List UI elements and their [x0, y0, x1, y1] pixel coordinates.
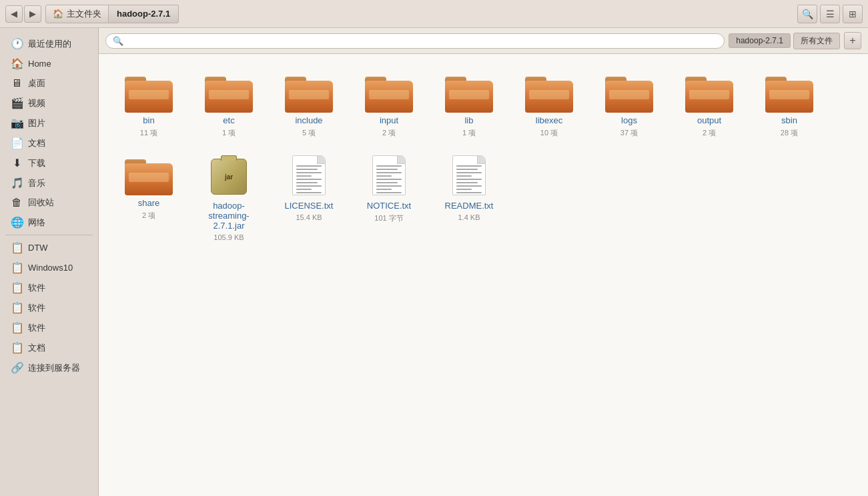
- sidebar-item-pictures[interactable]: 📷 图片: [3, 113, 95, 133]
- sidebar-item-software1[interactable]: 📋 软件: [3, 278, 95, 297]
- search-button[interactable]: 🔍: [797, 5, 817, 23]
- file-name-logs: logs: [621, 115, 637, 125]
- breadcrumb-home-label: 主文件夹: [67, 8, 101, 20]
- file-meta-libexec: 10 项: [540, 128, 558, 138]
- file-meta-output: 2 项: [703, 128, 716, 138]
- sidebar-item-network-label: 网络: [28, 217, 45, 229]
- sidebar-item-video-label: 视频: [28, 97, 45, 109]
- software3-icon: 📋: [11, 321, 23, 334]
- file-item-license[interactable]: LICENSE.txt 15.4 KB: [272, 150, 346, 247]
- sidebar-item-software3[interactable]: 📋 软件: [3, 318, 95, 337]
- sidebar-item-software2[interactable]: 📋 软件: [3, 298, 95, 317]
- sidebar-item-docs-label: 文档: [28, 137, 45, 149]
- sidebar-item-software3-label: 软件: [28, 322, 45, 334]
- txt-file-icon-license: [290, 155, 328, 198]
- grid-view-button[interactable]: ⊞: [843, 5, 863, 23]
- sidebar-divider-1: [5, 235, 93, 235]
- breadcrumb-home[interactable]: 🏠 主文件夹: [45, 5, 109, 23]
- file-item-share[interactable]: share 2 项: [112, 150, 185, 247]
- forward-button[interactable]: ▶: [24, 5, 41, 23]
- search-box[interactable]: 🔍: [105, 33, 725, 49]
- file-item-sbin[interactable]: sbin 28 项: [753, 67, 826, 143]
- file-name-sbin: sbin: [781, 115, 797, 125]
- main-layout: 🕐 最近使用的 🏠 Home 🖥 桌面 🎬 视频 📷 图片 📄 文档 ⬇ 下载: [0, 28, 868, 496]
- sidebar-item-connect-server[interactable]: 🔗 连接到服务器: [3, 358, 95, 377]
- sidebar-item-network[interactable]: 🌐 网络: [3, 213, 95, 232]
- content-area: 🔍 hadoop-2.7.1 所有文件 + bin 11 项: [99, 28, 868, 496]
- txt-file-icon-readme: [450, 155, 488, 198]
- file-grid: bin 11 项 etc 1 项 include 5 项: [99, 54, 868, 496]
- file-name-notice: NOTICE.txt: [367, 201, 411, 211]
- sidebar-item-dtw[interactable]: 📋 DTW: [3, 238, 95, 257]
- software1-icon: 📋: [11, 281, 23, 294]
- sidebar-item-music-label: 音乐: [28, 177, 45, 189]
- sidebar-item-connect-server-label: 连接到服务器: [28, 362, 80, 374]
- sidebar-item-trash[interactable]: 🗑 回收站: [3, 193, 95, 212]
- folder-icon-include: [285, 73, 333, 113]
- trash-icon: 🗑: [11, 197, 23, 209]
- file-meta-notice: 101 字节: [374, 213, 403, 223]
- file-meta-license: 15.4 KB: [296, 213, 322, 221]
- file-name-libexec: libexec: [536, 115, 562, 125]
- sidebar-item-music[interactable]: 🎵 音乐: [3, 173, 95, 193]
- sidebar-item-downloads[interactable]: ⬇ 下载: [3, 153, 95, 173]
- file-name-output: output: [697, 115, 721, 125]
- file-name-etc: etc: [223, 115, 234, 125]
- file-name-bin: bin: [143, 115, 154, 125]
- breadcrumb: 🏠 主文件夹 hadoop-2.7.1: [45, 5, 793, 23]
- file-item-output[interactable]: output 2 项: [673, 67, 746, 143]
- file-name-share: share: [138, 198, 160, 208]
- folder-icon-logs: [605, 73, 653, 113]
- recent-icon: 🕐: [11, 37, 23, 50]
- sidebar-item-recent[interactable]: 🕐 最近使用的: [3, 34, 95, 53]
- file-meta-include: 5 项: [302, 128, 316, 138]
- sidebar-item-docs2[interactable]: 📋 文档: [3, 338, 95, 357]
- file-item-bin[interactable]: bin 11 项: [112, 67, 185, 143]
- file-name-license: LICENSE.txt: [285, 201, 334, 211]
- sidebar-item-video[interactable]: 🎬 视频: [3, 93, 95, 113]
- location-tag-filter[interactable]: 所有文件: [793, 33, 840, 49]
- docs-icon: 📄: [11, 137, 23, 149]
- sidebar-item-windows10[interactable]: 📋 Windows10: [3, 258, 95, 277]
- sidebar-item-downloads-label: 下载: [28, 157, 45, 169]
- file-meta-readme: 1.4 KB: [458, 213, 480, 221]
- file-item-logs[interactable]: logs 37 项: [592, 67, 666, 143]
- pictures-icon: 📷: [11, 117, 23, 129]
- sidebar-item-recent-label: 最近使用的: [28, 38, 71, 50]
- file-item-notice[interactable]: NOTICE.txt 101 字节: [352, 150, 426, 247]
- downloads-icon: ⬇: [11, 157, 23, 169]
- file-name-hadoop-streaming: hadoop-streaming-2.7.1.jar: [197, 201, 260, 231]
- folder-icon-share: [125, 155, 173, 195]
- file-item-include[interactable]: include 5 项: [272, 67, 346, 143]
- music-icon: 🎵: [11, 177, 23, 189]
- file-meta-etc: 1 项: [222, 128, 236, 138]
- file-item-hadoop-streaming[interactable]: jar hadoop-streaming-2.7.1.jar 105.9 KB: [192, 150, 266, 247]
- file-item-libexec[interactable]: libexec 10 项: [512, 67, 586, 143]
- breadcrumb-current[interactable]: hadoop-2.7.1: [109, 5, 179, 23]
- search-input[interactable]: [127, 36, 717, 46]
- dtw-icon: 📋: [11, 241, 23, 254]
- file-meta-input: 2 项: [382, 128, 396, 138]
- home-icon: 🏠: [11, 57, 23, 70]
- sidebar-item-docs[interactable]: 📄 文档: [3, 133, 95, 153]
- back-button[interactable]: ◀: [5, 5, 23, 23]
- txt-file-icon-notice: [370, 155, 408, 198]
- file-item-etc[interactable]: etc 1 项: [192, 67, 266, 143]
- location-tag-folder[interactable]: hadoop-2.7.1: [729, 33, 791, 48]
- file-item-lib[interactable]: lib 1 项: [432, 67, 506, 143]
- sidebar-item-dtw-label: DTW: [28, 243, 48, 253]
- titlebar-actions: 🔍 ☰ ⊞: [797, 5, 863, 23]
- sidebar: 🕐 最近使用的 🏠 Home 🖥 桌面 🎬 视频 📷 图片 📄 文档 ⬇ 下载: [0, 28, 99, 496]
- file-name-include: include: [295, 115, 322, 125]
- video-icon: 🎬: [11, 97, 23, 109]
- windows10-icon: 📋: [11, 261, 23, 274]
- sidebar-item-home[interactable]: 🏠 Home: [3, 54, 95, 73]
- jar-file-icon: jar: [207, 155, 250, 198]
- file-item-input[interactable]: input 2 项: [352, 67, 426, 143]
- sidebar-item-desktop[interactable]: 🖥 桌面: [3, 74, 95, 93]
- file-item-readme[interactable]: README.txt 1.4 KB: [432, 150, 506, 247]
- folder-icon-bin: [125, 73, 173, 113]
- list-view-button[interactable]: ☰: [820, 5, 840, 23]
- add-button[interactable]: +: [844, 32, 861, 49]
- sidebar-item-pictures-label: 图片: [28, 117, 45, 129]
